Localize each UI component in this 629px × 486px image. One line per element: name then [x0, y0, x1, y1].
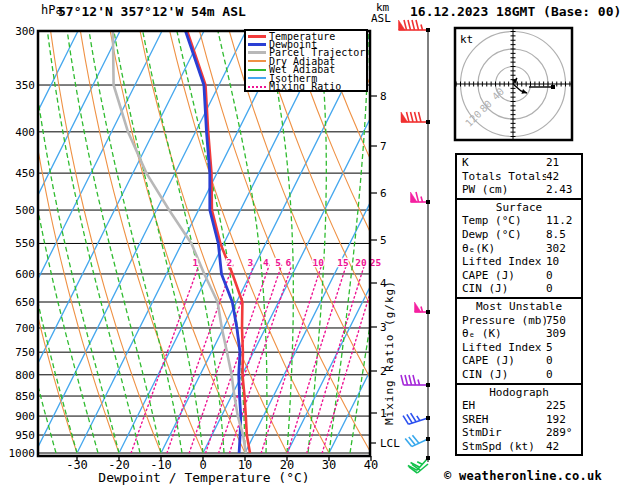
table-row-value: 5 — [546, 341, 581, 355]
legend-line-sample — [248, 69, 266, 71]
table-section-title: Surface — [457, 201, 581, 215]
svg-text:6: 6 — [286, 257, 292, 268]
svg-text:5: 5 — [380, 234, 387, 247]
svg-text:25: 25 — [370, 257, 382, 268]
table-row: Lifted Index10 — [457, 255, 581, 269]
table-row: Temp (°C)11.2 — [457, 214, 581, 228]
wind-barb — [405, 430, 428, 448]
km-axis-ticks: 87654321LCL — [370, 90, 400, 450]
legend-line-sample — [248, 43, 266, 46]
lcl-label: LCL — [380, 437, 400, 450]
svg-text:350: 350 — [15, 79, 35, 92]
svg-text:500: 500 — [15, 204, 35, 217]
table-row: CAPE (J)0 — [457, 269, 581, 283]
parcel-trajectory-curve — [113, 31, 246, 453]
svg-text:3: 3 — [380, 321, 387, 334]
svg-text:8: 8 — [380, 90, 387, 103]
legend-line-sample — [248, 60, 266, 62]
table-row-value: 0 — [546, 354, 581, 368]
hodograph: 4080120kt — [455, 27, 572, 141]
svg-text:450: 450 — [15, 167, 35, 180]
table-row-value: 0 — [546, 282, 581, 296]
table-row-value: 8.5 — [546, 228, 581, 242]
table-section-title: Hodograph — [457, 386, 581, 400]
svg-text:700: 700 — [15, 322, 35, 335]
table-row-value: 289° — [546, 426, 581, 440]
table-section-most-unstable: Most UnstablePressure (mb)750θₑ (K)309Li… — [455, 297, 583, 385]
table-section-hodograph: HodographEH225SREH192StmDir289°StmSpd (k… — [455, 383, 583, 457]
table-row-value: 225 — [546, 399, 581, 413]
table-row: CIN (J)0 — [457, 282, 581, 296]
table-row-label: PW (cm) — [457, 183, 546, 197]
table-row-value: 309 — [546, 327, 581, 341]
table-row-value: 42 — [546, 170, 581, 184]
svg-text:15: 15 — [337, 257, 349, 268]
table-row-value: 0 — [546, 368, 581, 382]
legend-line-sample — [248, 51, 266, 54]
table-row-label: SREH — [457, 413, 546, 427]
svg-text:-30: -30 — [66, 458, 88, 472]
table-row-label: CIN (J) — [457, 282, 546, 296]
pressure-tick-labels: 3003504004505005506006507007508008509009… — [9, 25, 36, 460]
svg-text:3: 3 — [248, 257, 254, 268]
wind-barb — [401, 112, 428, 122]
table-row-label: Totals Totals — [457, 170, 546, 184]
svg-text:800: 800 — [15, 369, 35, 382]
table-row: θₑ(K)302 — [457, 242, 581, 256]
table-row-label: Temp (°C) — [457, 214, 546, 228]
svg-text:600: 600 — [15, 268, 35, 281]
table-row-label: EH — [457, 399, 546, 413]
table-row-label: θₑ(K) — [457, 242, 546, 256]
table-row: CIN (J)0 — [457, 368, 581, 382]
table-row-label: Lifted Index — [457, 341, 546, 355]
mixing-ratio-lines — [131, 265, 379, 453]
table-row: StmSpd (kt)42 — [457, 440, 581, 454]
table-row: StmDir289° — [457, 426, 581, 440]
hodograph-unit-label: kt — [460, 33, 473, 46]
table-row-value: 42 — [546, 440, 581, 454]
legend-line-sample — [248, 35, 266, 38]
table-row-value: 302 — [546, 242, 581, 256]
table-row: PW (cm)2.43 — [457, 183, 581, 197]
wind-barb — [403, 408, 428, 425]
table-row: Dewp (°C)8.5 — [457, 228, 581, 242]
legend-line-sample — [248, 86, 266, 88]
table-row-label: Dewp (°C) — [457, 228, 546, 242]
table-row: Totals Totals42 — [457, 170, 581, 184]
table-row-label: θₑ (K) — [457, 327, 546, 341]
table-row: K21 — [457, 156, 581, 170]
svg-text:1: 1 — [380, 407, 387, 420]
table-row-label: StmDir — [457, 426, 546, 440]
wind-barb-column — [399, 20, 431, 475]
table-row-value: 2.43 — [546, 183, 581, 197]
table-row-value: 192 — [546, 413, 581, 427]
svg-text:850: 850 — [15, 390, 35, 403]
table-row-label: CAPE (J) — [457, 269, 546, 283]
x-axis-label: Dewpoint / Temperature (°C) — [98, 470, 309, 485]
chart-legend: TemperatureDewpointParcel TrajectoryDry … — [244, 29, 368, 92]
table-row-value: 11.2 — [546, 214, 581, 228]
table-row: θₑ (K)309 — [457, 327, 581, 341]
svg-text:1: 1 — [193, 257, 199, 268]
table-row: Pressure (mb)750 — [457, 314, 581, 328]
table-section: K21Totals Totals42PW (cm)2.43 — [455, 153, 583, 200]
svg-text:6: 6 — [380, 187, 387, 200]
table-row-label: Pressure (mb) — [457, 314, 546, 328]
svg-text:4: 4 — [380, 277, 387, 290]
svg-text:7: 7 — [380, 140, 387, 153]
legend-item-mixing-ratio: Mixing Ratio — [248, 82, 366, 90]
wind-barb — [415, 302, 429, 312]
table-row: CAPE (J)0 — [457, 354, 581, 368]
svg-text:30: 30 — [322, 458, 336, 472]
svg-text:400: 400 — [15, 126, 35, 139]
table-section-title: Most Unstable — [457, 300, 581, 314]
svg-text:300: 300 — [15, 25, 35, 38]
indices-table: K21Totals Totals42PW (cm)2.43SurfaceTemp… — [455, 155, 583, 456]
legend-line-sample — [248, 77, 266, 79]
table-row: EH225 — [457, 399, 581, 413]
table-row-value: 0 — [546, 269, 581, 283]
svg-text:4: 4 — [263, 257, 269, 268]
table-row-label: Lifted Index — [457, 255, 546, 269]
svg-text:2: 2 — [227, 257, 233, 268]
svg-text:10: 10 — [312, 257, 324, 268]
